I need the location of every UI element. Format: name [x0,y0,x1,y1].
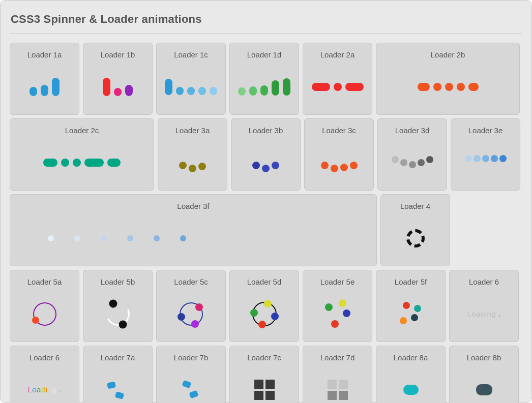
card-title: Loader 3c [322,126,356,135]
loader-1d-icon [230,59,299,114]
loader-8a-icon [376,362,445,403]
loader-5b-icon [83,286,152,342]
divider [10,33,522,34]
card-loader-3a: Loader 3a [158,118,227,191]
card-loader-1b: Loader 1b [83,43,153,115]
loader-5d-icon [230,286,299,342]
loader-3a-icon [158,135,227,190]
card-loader-3b: Loader 3b [231,118,301,191]
card-loader-1c: Loader 1c [156,43,226,115]
card-loader-2b: Loader 2b [376,43,520,115]
loader-3b-icon [231,135,300,190]
loader-7c-icon [230,362,299,403]
loader-4-icon [381,210,450,266]
loader-3f-icon [10,210,376,266]
card-title: Loader 2b [431,50,465,59]
card-title: Loader 1d [247,50,282,59]
card-loader-6b: Loader 6 Loading . [10,346,79,403]
card-title: Loader 2a [320,50,355,59]
loader-2c-icon [10,135,154,190]
card-title: Loader 5f [395,277,427,286]
loader-3d-icon [378,135,447,190]
card-loader-5b: Loader 5b [83,270,153,342]
card-title: Loader 6 [29,353,60,362]
card-loader-7b: Loader 7b [156,346,226,403]
card-loader-5d: Loader 5d [229,270,299,342]
card-loader-5f: Loader 5f [376,270,446,342]
card-loader-7c: Loader 7c [229,346,299,403]
card-loader-3d: Loader 3d [377,118,447,191]
card-loader-2a: Loader 2a [303,43,372,115]
card-title: Loader 1a [27,50,62,59]
card-title: Loader 5d [247,277,282,286]
card-title: Loader 7a [101,353,135,362]
loader-5e-icon [303,286,372,342]
loader-6b-icon: Loading . [10,362,79,403]
loader-1c-icon [157,59,225,114]
card-title: Loader 8a [394,353,428,362]
loading-label: Loading [467,309,496,318]
loader-8b-icon [450,362,518,403]
card-title: Loader 7c [247,353,281,362]
card-title: Loader 5e [320,277,355,286]
loader-7a-icon [83,362,152,403]
card-loader-3f: Loader 3f [10,194,377,266]
loader-3c-icon [305,135,373,190]
loader-3e-icon [451,135,520,190]
card-title: Loader 3f [177,202,209,210]
card-loader-1d: Loader 1d [229,43,299,115]
spinner-icon [406,229,425,247]
loader-5f-icon [376,286,445,342]
card-loader-5a: Loader 5a [10,270,79,342]
loader-5a-icon [10,286,79,342]
loader-grid: Loader 1a Loader 1b Loader 1c [10,43,522,403]
card-loader-3e: Loader 3e [451,118,520,191]
card-loader-7d: Loader 7d [303,346,372,403]
card-loader-8b: Loader 8b [449,346,519,403]
card-title: Loader 1c [174,50,208,59]
page: CSS3 Spinner & Loader animations Loader … [0,0,532,403]
card-loader-2c: Loader 2c [10,118,154,191]
loader-7d-icon [303,362,372,403]
card-title: Loader 5c [174,277,208,286]
loader-6a-icon: Loading . [450,286,518,342]
card-title: Loader 3d [395,126,430,135]
loader-5c-icon [157,286,225,342]
card-title: Loader 1b [101,50,135,59]
card-title: Loader 3a [175,126,210,135]
card-loader-5c: Loader 5c [156,270,226,342]
card-title: Loader 5a [27,277,62,286]
card-loader-4: Loader 4 [380,194,450,266]
card-title: Loader 4 [400,202,430,210]
card-loader-8a: Loader 8a [376,346,446,403]
card-loader-6a: Loader 6 Loading . [449,270,519,342]
card-loader-5e: Loader 5e [303,270,372,342]
card-title: Loader 7b [174,353,209,362]
card-title: Loader 8b [467,353,501,362]
card-title: Loader 6 [469,277,499,286]
loader-7b-icon [157,362,225,403]
card-title: Loader 3b [249,126,283,135]
card-title: Loader 2c [65,126,99,135]
card-title: Loader 3e [468,126,503,135]
loader-2a-icon [303,59,372,114]
card-loader-3c: Loader 3c [304,118,374,191]
page-title: CSS3 Spinner & Loader animations [11,13,522,26]
card-title: Loader 5b [101,277,135,286]
loader-1a-icon [10,59,79,114]
card-loader-1a: Loader 1a [10,43,79,115]
loader-1b-icon [83,59,152,114]
card-title: Loader 7d [320,353,355,362]
loader-2b-icon [376,59,519,114]
card-loader-7a: Loader 7a [83,346,153,403]
